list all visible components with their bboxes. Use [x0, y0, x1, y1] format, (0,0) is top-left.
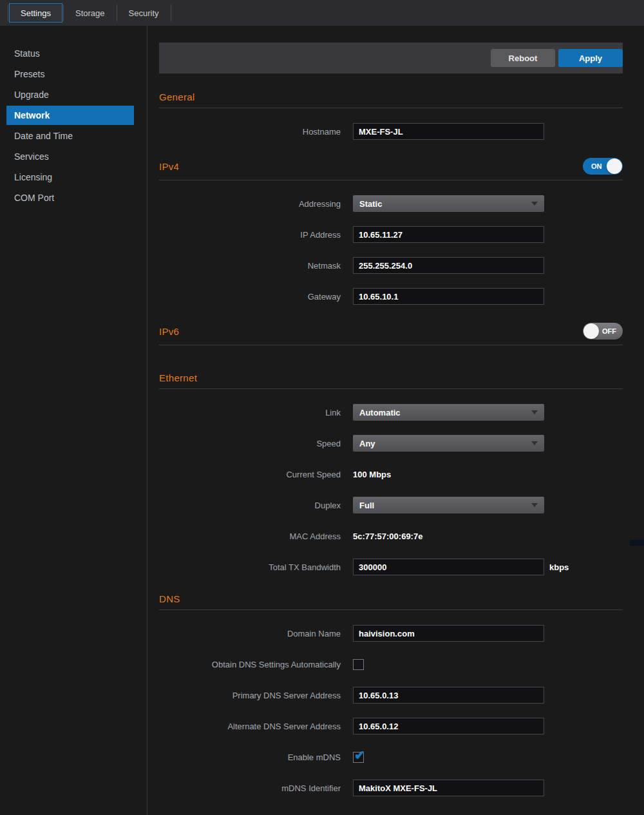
ethernet-section-header: Ethernet — [159, 372, 623, 389]
ipv4-section-title: IPv4 — [159, 161, 179, 172]
domain-name-label: Domain Name — [159, 629, 353, 638]
hostname-row: Hostname — [159, 123, 623, 140]
tab-security[interactable]: Security — [118, 3, 170, 23]
tab-storage[interactable]: Storage — [64, 3, 116, 23]
primary-dns-input[interactable] — [353, 687, 544, 704]
ipv4-toggle[interactable]: ON — [583, 158, 623, 175]
general-section-title: General — [159, 91, 194, 102]
ipv6-toggle[interactable]: OFF — [583, 323, 623, 340]
alternate-dns-input[interactable] — [353, 718, 544, 734]
duplex-row: Duplex Full — [159, 497, 623, 513]
reboot-button[interactable]: Reboot — [491, 49, 555, 67]
ipv4-toggle-label: ON — [591, 158, 602, 175]
tab-separator — [8, 5, 8, 21]
addressing-label: Addressing — [159, 199, 353, 209]
obtain-dns-auto-checkbox[interactable] — [353, 659, 364, 670]
total-tx-bandwidth-label: Total TX Bandwidth — [159, 562, 353, 572]
action-bar: Reboot Apply — [159, 43, 623, 73]
toggle-knob-icon — [607, 158, 622, 174]
primary-dns-row: Primary DNS Server Address — [159, 687, 623, 704]
speed-label: Speed — [159, 439, 353, 448]
hostname-input[interactable] — [353, 123, 544, 140]
mac-address-value: 5c:77:57:00:69:7e — [353, 532, 422, 541]
addressing-row: Addressing Static — [159, 195, 623, 212]
current-speed-label: Current Speed — [159, 470, 353, 479]
speed-row: Speed Any — [159, 435, 623, 452]
current-speed-row: Current Speed 100 Mbps — [159, 466, 623, 483]
netmask-row: Netmask — [159, 257, 623, 274]
netmask-input[interactable] — [353, 257, 544, 274]
sidebar-item-licensing[interactable]: Licensing — [6, 168, 134, 187]
duplex-select[interactable]: Full — [353, 497, 544, 513]
tab-storage-label: Storage — [75, 8, 105, 18]
hostname-label: Hostname — [159, 127, 353, 137]
tab-separator — [63, 5, 64, 21]
network-settings-page: Reboot Apply General Hostname IPv4 ON — [147, 26, 644, 815]
domain-name-row: Domain Name — [159, 625, 623, 642]
ipv6-section-header: IPv6 OFF — [159, 323, 623, 345]
settings-sidebar: Status Presets Upgrade Network Date and … — [0, 26, 147, 815]
ip-address-input[interactable] — [353, 226, 544, 243]
alternate-dns-label: Alternate DNS Server Address — [159, 722, 353, 731]
total-tx-bandwidth-row: Total TX Bandwidth kbps — [159, 559, 623, 575]
dns-section-header: DNS — [159, 593, 623, 610]
gateway-label: Gateway — [159, 292, 353, 302]
sidebar-item-services[interactable]: Services — [6, 147, 134, 166]
sidebar-item-date-and-time[interactable]: Date and Time — [6, 126, 134, 146]
chevron-down-icon — [531, 202, 538, 206]
link-select-value: Automatic — [359, 408, 401, 417]
link-select[interactable]: Automatic — [353, 404, 544, 421]
tab-separator — [117, 5, 117, 21]
ipv4-section-header: IPv4 ON — [159, 158, 623, 180]
gateway-input[interactable] — [353, 288, 544, 305]
sidebar-item-upgrade[interactable]: Upgrade — [6, 85, 134, 104]
general-section: Hostname — [159, 108, 623, 140]
link-row: Link Automatic — [159, 404, 623, 421]
tab-settings-label: Settings — [21, 8, 51, 18]
duplex-label: Duplex — [159, 501, 353, 510]
current-speed-value: 100 Mbps — [353, 470, 391, 479]
ipv6-section-title: IPv6 — [159, 326, 179, 337]
enable-mdns-label: Enable mDNS — [159, 753, 353, 762]
speed-select-value: Any — [359, 439, 375, 448]
mdns-identifier-label: mDNS Identifier — [159, 783, 353, 793]
mdns-identifier-input[interactable] — [353, 780, 544, 796]
mdns-identifier-row: mDNS Identifier — [159, 780, 623, 796]
speed-select[interactable]: Any — [353, 435, 544, 452]
ipv4-section: Addressing Static IP Address Netmask Gat… — [159, 180, 623, 305]
total-tx-bandwidth-unit: kbps — [549, 562, 569, 572]
top-tab-bar: Settings Storage Security — [0, 0, 644, 26]
chevron-down-icon — [531, 441, 538, 445]
enable-mdns-checkbox[interactable] — [353, 752, 364, 763]
alternate-dns-row: Alternate DNS Server Address — [159, 718, 623, 734]
sidebar-item-presets[interactable]: Presets — [6, 64, 134, 84]
total-tx-bandwidth-input[interactable] — [353, 559, 544, 575]
addressing-select[interactable]: Static — [353, 195, 544, 212]
enable-mdns-row: Enable mDNS — [159, 749, 623, 765]
obtain-dns-auto-label: Obtain DNS Settings Automatically — [159, 660, 353, 669]
domain-name-input[interactable] — [353, 625, 544, 642]
mac-address-label: MAC Address — [159, 532, 353, 541]
sidebar-item-com-port[interactable]: COM Port — [6, 188, 134, 207]
mac-address-row: MAC Address 5c:77:57:00:69:7e — [159, 528, 623, 544]
general-section-header: General — [159, 91, 623, 108]
sidebar-item-status[interactable]: Status — [6, 44, 134, 63]
obtain-dns-auto-row: Obtain DNS Settings Automatically — [159, 656, 623, 673]
sidebar-item-network[interactable]: Network — [6, 106, 134, 125]
gateway-row: Gateway — [159, 288, 623, 305]
chevron-down-icon — [531, 410, 538, 414]
tab-settings[interactable]: Settings — [9, 3, 62, 23]
primary-dns-label: Primary DNS Server Address — [159, 691, 353, 700]
ethernet-section: Link Automatic Speed Any Current Speed 1 — [159, 389, 623, 575]
dns-section-title: DNS — [159, 593, 180, 604]
ethernet-section-title: Ethernet — [159, 372, 197, 383]
duplex-select-value: Full — [359, 501, 374, 510]
scrollbar-thumb[interactable] — [630, 540, 644, 546]
link-label: Link — [159, 408, 353, 417]
apply-button[interactable]: Apply — [558, 49, 623, 67]
tab-security-label: Security — [129, 8, 159, 18]
ip-address-row: IP Address — [159, 226, 623, 243]
ipv6-toggle-label: OFF — [602, 323, 616, 340]
toggle-knob-icon — [583, 323, 599, 339]
addressing-select-value: Static — [359, 199, 382, 209]
